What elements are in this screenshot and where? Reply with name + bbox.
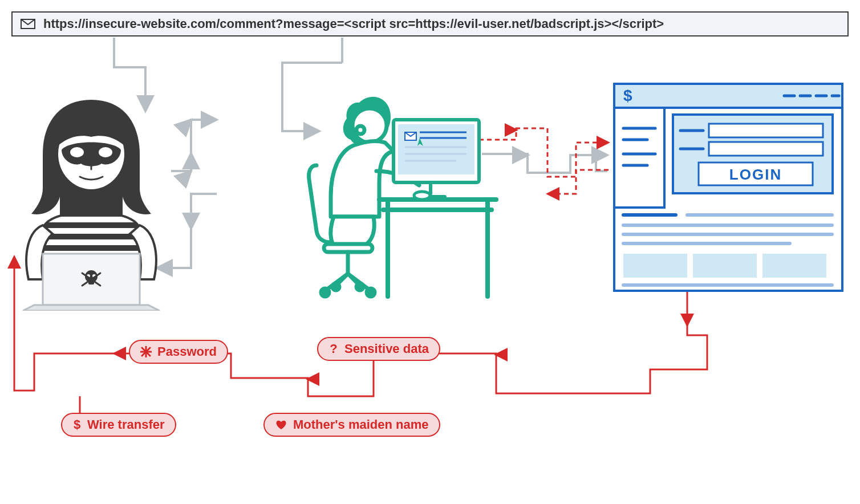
victim-illustration: [285, 86, 502, 308]
badge-sensitive-data: ? Sensitive data: [317, 337, 440, 361]
badge-label: Password: [157, 344, 217, 359]
badge-label: Sensitive data: [344, 342, 429, 356]
badge-password: Password: [129, 340, 228, 364]
dollar-icon: $: [623, 87, 632, 104]
badge-label: Mother's maiden name: [293, 417, 429, 432]
svg-rect-60: [762, 254, 826, 278]
svg-point-20: [367, 288, 375, 296]
svg-point-2: [70, 147, 84, 157]
svg-point-17: [356, 126, 364, 134]
svg-point-22: [356, 283, 363, 290]
svg-rect-58: [623, 254, 687, 278]
badge-mothers-maiden-name: Mother's maiden name: [263, 413, 440, 437]
svg-point-19: [321, 288, 329, 296]
svg-rect-6: [40, 234, 143, 239]
target-website: $ LOGIN: [613, 83, 844, 294]
svg-rect-59: [693, 254, 757, 278]
svg-rect-48: [709, 124, 823, 137]
badge-label: Wire transfer: [87, 417, 165, 432]
attacker-illustration: [11, 83, 171, 311]
svg-rect-7: [40, 245, 143, 251]
badge-wire-transfer: $ Wire transfer: [61, 413, 176, 437]
svg-text:$: $: [74, 418, 80, 431]
heart-icon: [275, 419, 287, 430]
asterisk-icon: [140, 346, 152, 357]
svg-point-3: [99, 147, 112, 157]
svg-rect-4: [40, 211, 143, 217]
question-icon: ?: [328, 343, 339, 355]
svg-rect-49: [709, 142, 823, 156]
svg-point-21: [332, 283, 339, 290]
svg-point-35: [414, 192, 430, 200]
login-button-text: LOGIN: [729, 166, 782, 183]
svg-text:?: ?: [330, 343, 337, 355]
dollar-icon: $: [72, 418, 82, 431]
svg-rect-5: [40, 222, 143, 228]
